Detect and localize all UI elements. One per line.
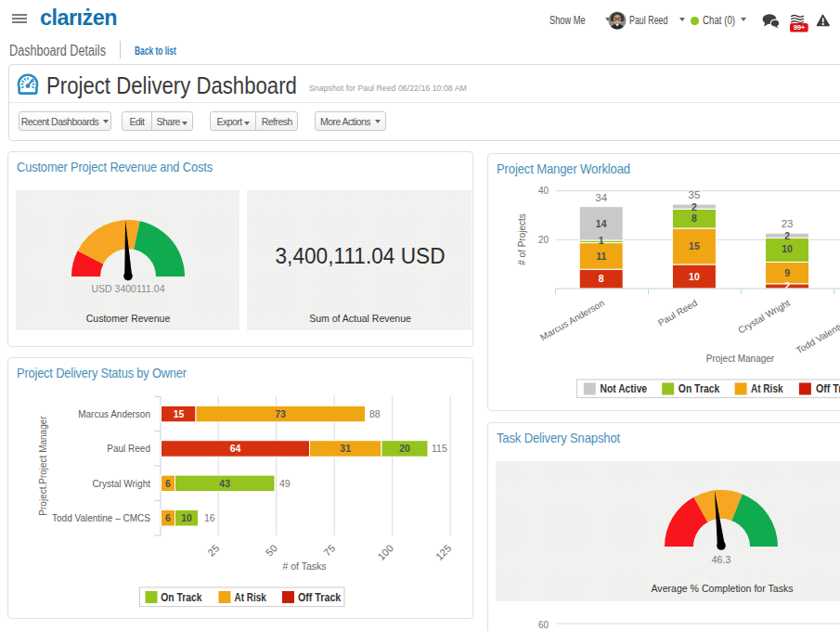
- svg-text:Marcus Anderson: Marcus Anderson: [538, 298, 606, 342]
- svg-text:6: 6: [165, 478, 171, 489]
- svg-text:35: 35: [689, 189, 701, 200]
- svg-text:Customer Revenue: Customer Revenue: [86, 313, 171, 324]
- svg-text:2: 2: [691, 201, 697, 212]
- svg-text:16: 16: [204, 512, 215, 523]
- svg-text:10: 10: [689, 271, 700, 282]
- svg-text:11: 11: [596, 251, 606, 262]
- svg-text:125: 125: [433, 542, 453, 561]
- svg-text:Off Track: Off Track: [816, 382, 840, 395]
- svg-text:64: 64: [230, 443, 241, 454]
- svg-text:34: 34: [595, 192, 607, 203]
- svg-text:6: 6: [165, 512, 171, 523]
- svg-text:25: 25: [205, 542, 221, 558]
- svg-text:73: 73: [275, 408, 286, 419]
- svg-text:43: 43: [219, 478, 230, 489]
- svg-text:8: 8: [691, 212, 697, 224]
- svg-text:15: 15: [174, 408, 185, 419]
- svg-text:8: 8: [599, 273, 604, 284]
- svg-text:Project Manager: Project Manager: [706, 354, 775, 364]
- svg-text:31: 31: [340, 443, 351, 454]
- svg-text:100: 100: [375, 542, 394, 561]
- svg-text:20: 20: [538, 235, 549, 245]
- svg-text:At Risk: At Risk: [235, 591, 266, 604]
- svg-text:At Risk: At Risk: [751, 382, 783, 395]
- svg-text:Marcus Anderson: Marcus Anderson: [78, 409, 150, 419]
- svg-text:# of Tasks: # of Tasks: [282, 560, 326, 572]
- svg-text:49: 49: [279, 478, 291, 489]
- svg-text:Average % Completion for Tasks: Average % Completion for Tasks: [652, 583, 794, 594]
- svg-text:15: 15: [689, 240, 700, 251]
- svg-text:9: 9: [784, 267, 790, 278]
- svg-text:Paul Reed: Paul Reed: [656, 298, 699, 328]
- svg-text:99+: 99+: [794, 23, 806, 32]
- svg-text:10: 10: [782, 243, 793, 254]
- svg-text:3,400,111.04 USD: 3,400,111.04 USD: [276, 244, 446, 268]
- svg-text:40: 40: [538, 186, 549, 196]
- svg-text:10: 10: [181, 512, 192, 523]
- svg-text:Project.Project Manager: Project.Project Manager: [38, 416, 48, 516]
- svg-text:# of Projects: # of Projects: [517, 213, 527, 265]
- svg-text:On Track: On Track: [678, 382, 720, 395]
- svg-text:75: 75: [321, 542, 337, 558]
- svg-text:On Track: On Track: [161, 591, 201, 604]
- svg-text:Crystal Wright: Crystal Wright: [736, 298, 792, 336]
- svg-text:Crystal Wright: Crystal Wright: [92, 479, 150, 489]
- svg-text:Off Track: Off Track: [298, 591, 341, 604]
- svg-text:2: 2: [784, 280, 790, 291]
- svg-text:Sum of Actual Revenue: Sum of Actual Revenue: [309, 313, 411, 324]
- svg-text:50: 50: [264, 542, 279, 558]
- svg-text:Todd Valentine – CMCS: Todd Valentine – CMCS: [795, 298, 840, 356]
- svg-text:60: 60: [538, 620, 549, 630]
- svg-text:23: 23: [782, 218, 794, 229]
- svg-text:Not Active: Not Active: [601, 382, 648, 395]
- svg-text:46.3: 46.3: [712, 554, 731, 565]
- svg-text:115: 115: [432, 443, 447, 454]
- svg-text:1: 1: [599, 235, 604, 246]
- svg-text:20: 20: [399, 443, 410, 454]
- svg-text:14: 14: [596, 218, 607, 229]
- svg-text:88: 88: [369, 408, 381, 419]
- svg-text:USD 3400111.04: USD 3400111.04: [91, 283, 164, 294]
- svg-text:2: 2: [784, 230, 790, 241]
- svg-text:Todd Valentine – CMCS: Todd Valentine – CMCS: [52, 513, 150, 523]
- svg-text:Paul Reed: Paul Reed: [107, 444, 150, 454]
